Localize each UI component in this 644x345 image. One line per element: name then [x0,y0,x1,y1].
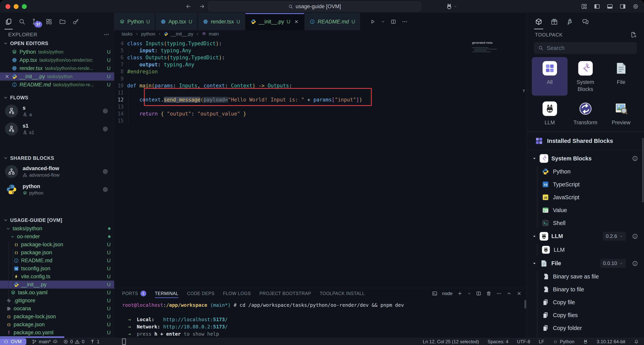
code-line[interactable]: 12 context.send_message(payload="Hello W… [114,96,526,103]
sidebar-horizontal-scrollbar[interactable] [0,336,64,338]
item-settings[interactable] [102,186,109,193]
code-editor[interactable]: generated meta ⊤ 4class Inputs(typing.Ty… [114,38,526,288]
open-editor-item[interactable]: App.tsxtasks/python/oo-render/srcU [0,56,114,64]
code-line[interactable]: 4class Inputs(typing.TypedDict): [114,40,526,47]
block-item-llm[interactable]: LLM [537,243,644,257]
notifications[interactable] [634,339,639,344]
right-panel-scrollbar[interactable] [642,138,644,202]
block-item-binary-save-as-file[interactable]: Binary save as file [537,270,644,283]
open-editor-item[interactable]: Pythontasks/pythonU [0,48,114,56]
activity-item-explorer[interactable] [5,18,12,25]
tab-render-tsx[interactable]: render.tsxU [198,13,246,30]
tree-item[interactable]: oo-render [0,233,114,241]
activity-item-source-control[interactable]: 37 [32,18,39,25]
close-tab-icon[interactable] [294,19,299,24]
python-interpreter[interactable]: 3.10.12 64-bit [596,339,625,344]
language-indicator[interactable]: {} Python [553,339,574,344]
split-editor-icon[interactable] [390,19,396,25]
item-settings[interactable] [102,108,109,114]
tree-item[interactable]: TStsconfig.jsonU [0,265,114,273]
toggle-secondary-sidebar-icon[interactable] [620,3,626,10]
activity-item-blocks[interactable] [46,18,52,25]
tree-item[interactable]: __init__.pyU [0,281,114,289]
block-item-copy-file[interactable]: Copy file [537,296,644,309]
activity-item-search[interactable] [18,18,26,25]
toggle-sidebar-icon[interactable] [594,3,600,10]
tree-item[interactable]: package.oo.yamlU [0,328,114,336]
remote-indicator[interactable]: OVM [0,338,26,345]
group-header-file[interactable]: File0.0.10 [527,257,644,270]
tree-item[interactable]: .gitignoreU [0,297,114,305]
open-editor-item[interactable]: __init__.pytasks/pythonU [0,72,114,81]
tree-item[interactable]: tasks/python [0,225,114,233]
group-info-icon[interactable] [632,260,638,266]
terminal-output[interactable]: root@localhost:/app/workspace (main*) # … [114,299,526,345]
flow-list-item[interactable]: pythonpython [0,180,114,198]
block-item-empty-folder[interactable]: Empty folder [537,334,644,338]
code-line[interactable]: 14 return { "output": "output_value" } [114,110,526,117]
block-item-typescript[interactable]: TSTypeScript [537,178,644,191]
block-item-copy-folder[interactable]: Copy folder [537,321,644,334]
flow-list-item[interactable]: s1s1 [0,120,114,138]
tree-item[interactable]: oocanaU [0,305,114,313]
terminal-scrollbar[interactable] [524,300,526,308]
tab-app-tsx[interactable]: App.tsxU [156,13,198,30]
flows-header[interactable]: FLOWS [0,93,114,102]
command-center-search[interactable]: usage-guide [OVM] [208,2,421,11]
tree-item[interactable]: task.oo.yamlU [0,289,114,297]
block-item-javascript[interactable]: JSJavaScript [537,191,644,204]
panel-tab-project-bootstrap[interactable]: PROJECT BOOTSTRAP [260,288,311,299]
run-dropdown-icon[interactable] [381,20,385,24]
code-line[interactable]: 5 input: typing.Any [114,47,526,54]
project-header[interactable]: USAGE-GUIDE [OVM] [0,216,114,225]
chat-icon[interactable] [582,18,589,25]
group-header-system-blocks[interactable]: System Blocks [527,152,644,165]
split-terminal-icon[interactable] [476,291,481,296]
tab-python[interactable]: PythonU [114,13,156,30]
new-terminal-icon[interactable] [457,291,462,296]
editor-more-icon[interactable] [402,19,408,25]
group-header-llm[interactable]: LLM0.2.6 [527,229,644,243]
group-info-icon[interactable] [632,155,638,162]
eol-indicator[interactable]: LF [539,339,544,344]
panel-tab-terminal[interactable]: TERMINAL [155,288,178,299]
toolpack-category-preview[interactable]: Preview [603,98,639,129]
code-line[interactable]: 11 [114,89,526,96]
open-editor-item[interactable]: README.mdtasks/python/oo-re...U [0,81,114,89]
activity-item-secrets[interactable] [72,18,80,25]
minimap[interactable]: generated meta [472,39,501,52]
zoom-window-button[interactable] [22,4,27,9]
panel-more-icon[interactable] [496,291,502,296]
item-settings[interactable] [102,168,109,175]
tree-item[interactable]: README.mdU [0,257,114,265]
panel-tab-ports[interactable]: PORTS1 [122,288,146,299]
block-item-copy-flies[interactable]: Copy flies [537,309,644,321]
toolpack-search-input[interactable] [546,45,633,52]
breadcrumb[interactable]: taskspython__init__.pymain [114,30,526,38]
toolpack-category-llm[interactable]: LLM [532,98,568,129]
tree-item[interactable]: {}package-lock.jsonU [0,313,114,321]
problems-indicator[interactable]: 0 0 [63,339,84,344]
panel-tab-flow-logs[interactable]: FLOW LOGS [223,288,251,299]
code-line[interactable]: 7 output: typing.Any [114,61,526,68]
nav-forward-icon[interactable] [199,3,205,10]
version-selector[interactable]: 0.2.6 [603,232,626,241]
new-toolpack-icon[interactable] [630,32,637,38]
tree-item[interactable]: {}package.jsonU [0,249,114,257]
launch-rocket-icon[interactable] [566,18,574,25]
settings-gear-icon[interactable] [632,3,639,10]
group-info-icon[interactable] [632,233,638,239]
toolpack-category-all[interactable]: All [532,57,568,96]
tab---init---py[interactable]: __init__.pyU [246,13,304,30]
toolpack-category-system-blocks[interactable]: System Blocks [568,57,603,96]
tree-item[interactable]: vite.config.tsU [0,273,114,281]
editor-scrollbar-marker[interactable]: ⊤ [522,89,526,93]
block-item-binary-to-file[interactable]: Binary to file [537,283,644,296]
item-settings[interactable] [102,126,109,132]
assistant-status[interactable] [583,339,588,344]
ports-indicator[interactable]: 1 [90,339,100,344]
code-line[interactable]: 10def main(params: Inputs, context: Cont… [114,82,526,89]
explorer-more-icon[interactable] [104,32,110,38]
code-line[interactable]: 9 [114,75,526,82]
open-editor-item[interactable]: render.tsxtasks/python/oo-rende...U [0,64,114,72]
